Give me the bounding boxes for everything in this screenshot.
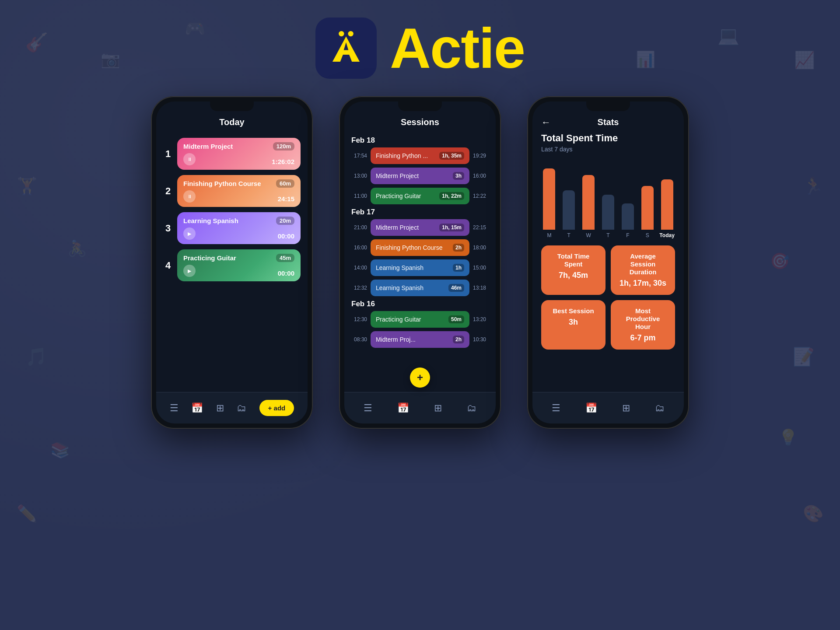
- session-dur-6: 1h: [453, 264, 464, 272]
- nav-grid-icon[interactable]: ⊞: [216, 402, 224, 414]
- chart-label-M: M: [547, 232, 551, 238]
- phone-today: Today 1 Midterm Project 120m ⏸: [151, 96, 313, 429]
- nav2-grid-icon[interactable]: ⊞: [434, 402, 442, 414]
- session-dur-7: 46m: [448, 284, 464, 292]
- nav-menu-icon[interactable]: ☰: [170, 402, 178, 414]
- task-number-4: 4: [163, 260, 173, 271]
- add-task-button[interactable]: + add: [259, 400, 294, 416]
- session-dur-4: 1h, 15m: [439, 224, 464, 231]
- task-duration-1: 120m: [273, 142, 294, 150]
- task-timer-3: 00:00: [278, 232, 294, 240]
- task-pause-btn-1[interactable]: ⏸: [183, 153, 196, 165]
- session-name-6: Learning Spanish: [376, 264, 424, 271]
- stat-card-avg-duration[interactable]: Average Session Duration 1h, 17m, 30s: [611, 245, 675, 295]
- sessions-date-feb16: Feb 16: [351, 300, 489, 308]
- task-number-2: 2: [163, 186, 173, 197]
- phone-today-screen: Today 1 Midterm Project 120m ⏸: [156, 102, 308, 424]
- task-play-btn-3[interactable]: ▶: [183, 228, 196, 240]
- session-name-2: Midterm Project: [376, 172, 419, 179]
- nav3-archive-icon[interactable]: 🗂: [655, 402, 665, 414]
- task-card-1[interactable]: Midterm Project 120m ⏸ 1:26:02: [177, 138, 301, 170]
- session-row-9: 08:30 Midterm Proj... 2h 10:30: [351, 331, 489, 348]
- nav3-menu-icon[interactable]: ☰: [552, 402, 560, 414]
- nav3-calendar-icon[interactable]: 📅: [585, 402, 597, 414]
- chart-col-today: Today: [659, 164, 675, 238]
- nav3-grid-icon[interactable]: ⊞: [622, 402, 630, 414]
- session-bar-1[interactable]: Finishing Python ... 1h, 35m: [371, 147, 469, 164]
- session-bar-8[interactable]: Practicing Guitar 50m: [371, 311, 469, 328]
- chart-col-S: S: [639, 164, 655, 238]
- session-name-3: Practicing Guitar: [376, 192, 421, 200]
- session-dur-9: 2h: [453, 336, 464, 343]
- session-bar-9[interactable]: Midterm Proj... 2h: [371, 331, 469, 348]
- stat-title-best-session: Best Session: [548, 307, 598, 315]
- session-bar-5[interactable]: Finishing Python Course 2h: [371, 239, 469, 256]
- stats-back-button[interactable]: ←: [541, 117, 551, 128]
- session-row-1: 17:54 Finishing Python ... 1h, 35m 19:29: [351, 147, 489, 164]
- stat-card-best-session[interactable]: Best Session 3h: [541, 300, 606, 350]
- session-start-8: 12:30: [351, 316, 367, 322]
- session-name-7: Learning Spanish: [376, 284, 424, 291]
- stat-card-total-time[interactable]: Total Time Spent 7h, 45m: [541, 245, 606, 295]
- task-timer-1: 1:26:02: [272, 158, 294, 165]
- chart-bar-T1: [563, 190, 575, 230]
- sessions-screen-content: Sessions Feb 18 17:54 Finishing Python .…: [344, 102, 496, 424]
- sessions-date-feb17: Feb 17: [351, 208, 489, 217]
- session-name-4: Midterm Project: [376, 224, 419, 231]
- task-card-4[interactable]: Practicing Guitar 45m ▶ 00:00: [177, 249, 301, 281]
- session-name-1: Finishing Python ...: [376, 152, 428, 159]
- stat-card-productive-hour[interactable]: Most Productive Hour 6-7 pm: [611, 300, 675, 350]
- nav-calendar-icon[interactable]: 📅: [191, 402, 203, 414]
- session-end-3: 12:22: [473, 193, 489, 199]
- stats-cards-grid: Total Time Spent 7h, 45m Average Session…: [532, 238, 684, 357]
- app-icon: [315, 18, 377, 79]
- nav2-calendar-icon[interactable]: 📅: [397, 402, 409, 414]
- session-bar-2[interactable]: Midterm Project 3h: [371, 168, 469, 184]
- sessions-fab-button[interactable]: +: [410, 368, 430, 388]
- session-start-9: 08:30: [351, 336, 367, 343]
- session-dur-1: 1h, 35m: [439, 152, 464, 160]
- stat-title-total-time: Total Time Spent: [548, 252, 598, 268]
- nav-archive-icon[interactable]: 🗂: [237, 402, 246, 414]
- session-bar-7[interactable]: Learning Spanish 46m: [371, 280, 469, 296]
- nav2-menu-icon[interactable]: ☰: [364, 402, 372, 414]
- chart-col-M: M: [541, 164, 557, 238]
- session-row-7: 12:32 Learning Spanish 46m 13:18: [351, 280, 489, 296]
- task-pause-btn-2[interactable]: ⏸: [183, 190, 196, 203]
- task-row-4: 4 Practicing Guitar 45m ▶ 00:00: [163, 249, 301, 281]
- chart-label-W: W: [586, 232, 591, 238]
- session-name-5: Finishing Python Course: [376, 244, 443, 251]
- nav2-archive-icon[interactable]: 🗂: [467, 402, 476, 414]
- task-row-2: 2 Finishing Python Course 60m ⏸ 24:15: [163, 175, 301, 207]
- session-row-5: 16:00 Finishing Python Course 2h 18:00: [351, 239, 489, 256]
- task-card-3[interactable]: Learning Spanish 20m ▶ 00:00: [177, 212, 301, 244]
- svg-point-1: [348, 32, 353, 36]
- task-card-2[interactable]: Finishing Python Course 60m ⏸ 24:15: [177, 175, 301, 207]
- stat-value-productive-hour: 6-7 pm: [618, 333, 668, 343]
- session-bar-4[interactable]: Midterm Project 1h, 15m: [371, 219, 469, 236]
- session-start-4: 21:00: [351, 224, 367, 231]
- session-row-4: 21:00 Midterm Project 1h, 15m 22:15: [351, 219, 489, 236]
- phones-container: Today 1 Midterm Project 120m ⏸: [0, 96, 840, 429]
- task-name-1: Midterm Project: [183, 143, 233, 150]
- chart-bar-W: [582, 175, 595, 230]
- phone-sessions: Sessions Feb 18 17:54 Finishing Python .…: [339, 96, 501, 429]
- chart-bar-S: [641, 186, 654, 230]
- stat-value-best-session: 3h: [548, 318, 598, 327]
- session-bar-6[interactable]: Learning Spanish 1h: [371, 259, 469, 276]
- session-row-2: 13:00 Midterm Project 3h 16:00: [351, 168, 489, 184]
- task-duration-3: 20m: [276, 217, 294, 225]
- session-row-8: 12:30 Practicing Guitar 50m 13:20: [351, 311, 489, 328]
- task-name-3: Learning Spanish: [183, 217, 238, 224]
- session-name-8: Practicing Guitar: [376, 316, 421, 323]
- app-header: Actie: [0, 0, 840, 79]
- chart-bar-M: [543, 168, 555, 230]
- session-dur-8: 50m: [448, 315, 464, 323]
- session-start-5: 16:00: [351, 245, 367, 251]
- task-play-btn-4[interactable]: ▶: [183, 265, 196, 277]
- stat-title-avg-duration: Average Session Duration: [618, 252, 668, 276]
- session-bar-3[interactable]: Practicing Guitar 1h, 22m: [371, 188, 469, 204]
- sessions-header: Sessions: [344, 117, 496, 127]
- chart-title: Total Spent Time: [532, 133, 684, 146]
- session-dur-5: 2h: [453, 244, 464, 252]
